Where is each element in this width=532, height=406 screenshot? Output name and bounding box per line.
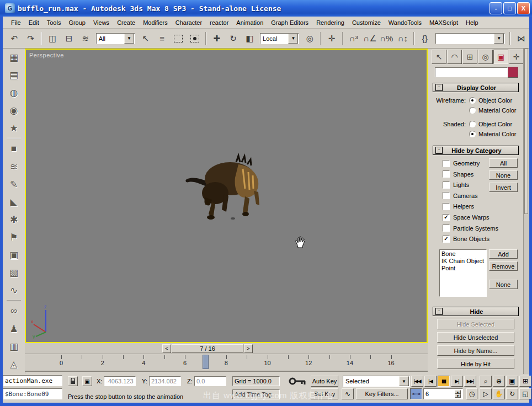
springs-icon[interactable]: ≋ <box>5 158 23 175</box>
list-item[interactable]: IK Chain Object <box>441 258 485 265</box>
radio-material-color[interactable]: Material Color <box>469 130 516 138</box>
x-coordinate-field[interactable]: -4063.123 <box>104 376 136 386</box>
knife-icon[interactable]: ✎ <box>5 176 23 193</box>
menu-reactor[interactable]: reactor <box>206 18 232 28</box>
time-configuration-button[interactable]: ◷ <box>466 388 477 399</box>
next-key-button[interactable]: > <box>244 344 253 353</box>
add-time-tag[interactable]: Add Time Tag <box>232 389 280 399</box>
menu-group[interactable]: Group <box>65 18 89 28</box>
menu-customize[interactable]: Customize <box>348 18 385 28</box>
frame-spinner[interactable]: ▲▼ <box>455 390 461 398</box>
object-name-field[interactable] <box>435 67 508 77</box>
window-crossing-toggle-icon[interactable] <box>187 31 203 46</box>
checkbox-particle-systems[interactable]: Particle Systems <box>443 224 498 233</box>
key-filters-button[interactable]: Key Filters... <box>356 388 408 399</box>
collapse-icon[interactable]: - <box>435 147 443 154</box>
maximize-button[interactable]: □ <box>503 2 516 14</box>
set-key-button[interactable]: Set Key <box>311 388 338 399</box>
zoom-extents-icon[interactable]: ▣ <box>506 376 518 387</box>
previous-frame-button[interactable]: |◀ <box>424 376 437 387</box>
axe-icon[interactable]: ◣ <box>5 194 23 210</box>
selection-lock-icon[interactable] <box>68 376 78 386</box>
star-shape-icon[interactable]: ★ <box>5 120 23 136</box>
crates-icon[interactable]: ▧ <box>5 264 23 281</box>
zoom-extents-all-icon[interactable]: ⊞ <box>519 376 531 387</box>
key-selection-dropdown[interactable]: Selected ▼ <box>343 376 410 387</box>
object-color-swatch[interactable] <box>508 67 518 78</box>
chest-icon[interactable]: ▥ <box>5 338 23 355</box>
menu-help[interactable]: Help <box>462 18 482 28</box>
remove-button[interactable]: Remove <box>489 261 518 271</box>
y-coordinate-field[interactable]: 2134.082 <box>149 376 181 386</box>
use-pivot-point-icon[interactable]: ◎ <box>302 31 317 46</box>
checkbox-shapes[interactable]: Shapes <box>443 170 474 179</box>
hide-by-hit-button[interactable]: Hide by Hit <box>437 359 514 369</box>
bone-category-list[interactable]: BoneIK Chain ObjectPoint <box>439 249 487 297</box>
minimize-button[interactable]: - <box>490 2 502 14</box>
time-slider-track[interactable]: < 7 / 16 > <box>25 343 428 354</box>
weathervane-icon[interactable]: ⚑ <box>5 229 23 245</box>
rollout-display-color[interactable]: - Display Color <box>433 83 519 92</box>
bind-to-space-warp-icon[interactable]: ≋ <box>78 31 93 46</box>
menu-modifiers[interactable]: Modifiers <box>139 18 172 28</box>
add-button[interactable]: Add <box>489 249 518 259</box>
named-selection-dropdown[interactable]: ▼ <box>435 33 506 44</box>
list-item[interactable]: Bone <box>441 250 485 258</box>
chevron-down-icon[interactable]: ▼ <box>399 376 409 386</box>
current-frame-field[interactable]: 6 ▲▼ <box>423 388 463 399</box>
all-button[interactable]: All <box>489 158 518 168</box>
min-max-toggle-icon[interactable]: ◱ <box>519 388 531 399</box>
buffalo-model[interactable] <box>183 150 272 222</box>
select-object-icon[interactable]: ↖ <box>138 31 153 46</box>
auto-key-button[interactable]: Auto Key <box>311 376 338 387</box>
none-category-button[interactable]: None <box>489 280 518 289</box>
chevron-down-icon[interactable]: ▼ <box>494 34 504 44</box>
zoom-icon[interactable]: ⌕ <box>480 376 492 387</box>
arc-rotate-icon[interactable]: ↻ <box>506 388 518 399</box>
next-frame-button[interactable]: ▶| <box>451 376 463 387</box>
rollout-hide[interactable]: - Hide <box>433 307 519 316</box>
list-item[interactable]: Point <box>441 265 485 272</box>
track-bar[interactable]: 0246810121416 <box>25 354 428 372</box>
checkbox-cameras[interactable]: Cameras <box>443 191 478 200</box>
go-to-start-button[interactable]: |◀◀ <box>411 376 423 387</box>
biped-figure-icon[interactable]: ♟ <box>5 320 23 337</box>
menu-views[interactable]: Views <box>89 18 113 28</box>
chevron-down-icon[interactable]: ▼ <box>124 34 134 44</box>
command-panel-scrollbar[interactable] <box>523 49 529 377</box>
viewport-label[interactable]: Perspective <box>29 52 64 58</box>
named-selection-sets-icon[interactable]: {} <box>417 31 433 46</box>
checkbox-space-warps[interactable]: ✓Space Warps <box>443 213 490 222</box>
zoom-region-icon[interactable]: ▷ <box>480 388 492 399</box>
keyframe-marker[interactable] <box>203 355 209 369</box>
checkbox-helpers[interactable]: Helpers <box>443 202 474 211</box>
hide-unselected-button[interactable]: Hide Unselected <box>437 332 514 343</box>
checkbox-geometry[interactable]: Geometry <box>443 159 480 168</box>
rectangular-selection-region-icon[interactable] <box>171 31 186 46</box>
selection-filter-dropdown[interactable]: All▼ <box>96 33 135 44</box>
tab-hierarchy-icon[interactable]: ⊞ <box>462 50 477 64</box>
none-button[interactable]: None <box>489 170 518 180</box>
select-and-scale-icon[interactable]: ◧ <box>242 31 257 46</box>
tab-motion-icon[interactable]: ◎ <box>478 50 493 64</box>
knot-icon[interactable]: ∞ <box>5 303 23 319</box>
angle-snap-icon[interactable]: ∩∠ <box>363 31 378 46</box>
redo-icon[interactable]: ↷ <box>23 31 39 46</box>
pause-button[interactable]: ▮▮ <box>438 376 450 387</box>
menu-wandotools[interactable]: WandoTools <box>385 18 425 28</box>
menu-graph-editors[interactable]: Graph Editors <box>267 18 312 28</box>
menu-file[interactable]: File <box>7 18 25 28</box>
linked-blocks-icon[interactable]: ◬ <box>5 356 23 372</box>
menu-maxscript[interactable]: MAXScript <box>425 18 462 28</box>
reference-coordinate-dropdown[interactable]: Local▼ <box>260 33 299 44</box>
go-to-end-button[interactable]: ▶▶| <box>464 376 476 387</box>
maxscript-listener-field[interactable]: actionMan.exe <box>3 375 62 386</box>
select-and-move-icon[interactable]: ✚ <box>209 31 225 46</box>
tab-display-icon[interactable]: ▣ <box>493 50 508 64</box>
invert-button[interactable]: Invert <box>489 183 518 192</box>
menu-tools[interactable]: Tools <box>43 18 65 28</box>
menu-create[interactable]: Create <box>113 18 139 28</box>
default-tangent-icon[interactable]: ∿ <box>342 388 354 399</box>
radio-object-color[interactable]: Object Color <box>469 96 512 105</box>
snaps-toggle-icon[interactable]: ∩³ <box>346 31 361 46</box>
